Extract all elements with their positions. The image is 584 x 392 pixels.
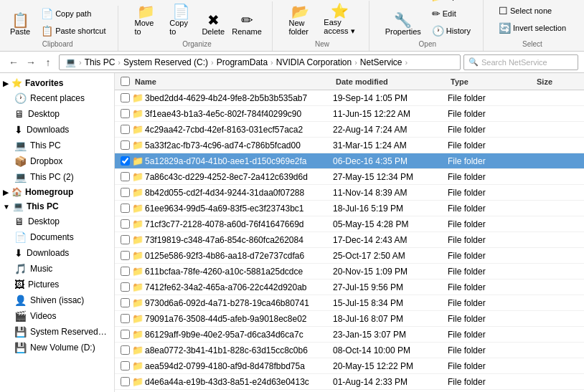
sidebar-item-music[interactable]: 🎵 Music bbox=[0, 261, 114, 277]
path-program-data[interactable]: ProgramData bbox=[215, 57, 269, 67]
move-to-button[interactable]: 📁 Move to bbox=[130, 1, 162, 39]
row-checkbox[interactable] bbox=[121, 282, 130, 292]
sidebar-item-desktop-tree[interactable]: 🖥 Desktop bbox=[0, 214, 114, 229]
row-checkbox[interactable] bbox=[121, 93, 130, 102]
row-checkbox[interactable] bbox=[121, 235, 130, 244]
table-row[interactable]: 📁 a8ea0772-3b41-41b1-828c-63d15cc8c0b6 0… bbox=[115, 343, 584, 358]
select-none-button[interactable]: ☐ Select none bbox=[495, 3, 570, 19]
sidebar-item-favorites[interactable]: ▶ ⭐ Favorites bbox=[0, 76, 114, 90]
row-name: 73f19819-c348-47a6-854c-860fca262084 bbox=[145, 235, 333, 245]
table-row[interactable]: 📁 3f1eae43-b1a3-4e5c-802f-784f40299c90 1… bbox=[115, 106, 584, 122]
row-checkbox[interactable] bbox=[121, 267, 130, 276]
path-netservice[interactable]: NetService bbox=[359, 57, 404, 67]
sidebar-item-desktop[interactable]: 🖥 Desktop bbox=[0, 106, 114, 122]
select-all-button[interactable]: ☑ Select all bbox=[495, 0, 570, 1]
row-checkbox-cell bbox=[118, 298, 132, 307]
col-header-size[interactable]: Size bbox=[534, 77, 581, 86]
system-reserved-icon: 💾 bbox=[14, 326, 27, 338]
table-row[interactable]: 📁 3bed2dd4-4629-4b24-9fe8-2b5b3b535ab7 1… bbox=[115, 90, 584, 106]
table-row[interactable]: 📁 79091a76-3508-44d5-afeb-9a9018ec8e02 1… bbox=[115, 311, 584, 327]
row-checkbox[interactable] bbox=[121, 314, 130, 323]
table-row[interactable]: 📁 61ee9634-99d5-4a69-83f5-ec3f23743bc1 1… bbox=[115, 201, 584, 216]
easy-access-button[interactable]: ⭐ Easy access ▾ bbox=[319, 1, 359, 39]
table-row[interactable]: 📁 7a86c43c-d229-4252-8ec7-2a412c639d6d 2… bbox=[115, 169, 584, 185]
properties-button[interactable]: 🔧 Properties bbox=[381, 10, 425, 39]
move-to-icon: 📁 bbox=[137, 4, 155, 19]
path-system-reserved[interactable]: System Reserved (C:) bbox=[122, 57, 209, 67]
row-checkbox[interactable] bbox=[121, 204, 130, 213]
back-button[interactable]: ← bbox=[6, 54, 22, 70]
col-header-name[interactable]: Name bbox=[132, 77, 333, 86]
downloads-fav-icon: ⬇ bbox=[14, 124, 23, 135]
sidebar-item-homegroup[interactable]: ▶ 🏠 Homegroup bbox=[0, 185, 114, 199]
paste-button[interactable]: 📋 Paste bbox=[6, 10, 34, 39]
table-row[interactable]: 📁 611bcfaa-78fe-4260-a10c-5881a25dcdce 2… bbox=[115, 264, 584, 279]
row-checkbox[interactable] bbox=[121, 298, 130, 307]
table-row[interactable]: 📁 5a12829a-d704-41b0-aee1-d150c969e2fa 0… bbox=[115, 153, 584, 169]
row-type: File folder bbox=[448, 172, 534, 182]
new-folder-label: New folder bbox=[288, 19, 312, 36]
row-type: File folder bbox=[448, 204, 534, 214]
copy-to-button[interactable]: 📄 Copy to bbox=[165, 1, 197, 39]
table-row[interactable]: 📁 8b42d055-cd2f-4d34-9244-31daa0f07288 1… bbox=[115, 185, 584, 201]
sidebar-item-documents[interactable]: 📄 Documents bbox=[0, 229, 114, 245]
table-row[interactable]: 📁 aea594d2-0799-4180-af9d-8d478fbbd75a 2… bbox=[115, 358, 584, 374]
sidebar-item-system-reserved[interactable]: 💾 System Reserved (C:) bbox=[0, 324, 114, 340]
col-header-modified[interactable]: Date modified bbox=[333, 77, 448, 86]
sidebar-item-new-volume[interactable]: 💾 New Volume (D:) bbox=[0, 340, 114, 355]
row-checkbox[interactable] bbox=[121, 377, 130, 386]
sidebar-item-shiven[interactable]: 👤 Shiven (issac) bbox=[0, 292, 114, 308]
new-folder-button[interactable]: 📂 New folder bbox=[284, 1, 316, 39]
search-box[interactable]: 🔍 Search NetService bbox=[463, 54, 578, 70]
row-checkbox[interactable] bbox=[121, 188, 130, 197]
path-computer-icon[interactable]: 💻 bbox=[64, 57, 77, 67]
sidebar-item-pictures[interactable]: 🖼 Pictures bbox=[0, 277, 114, 292]
table-row[interactable]: 📁 73f19819-c348-47a6-854c-860fca262084 1… bbox=[115, 232, 584, 248]
row-checkbox[interactable] bbox=[121, 172, 130, 181]
paste-shortcut-button[interactable]: 📋 Paste shortcut bbox=[37, 23, 109, 39]
address-path[interactable]: 💻 › This PC › System Reserved (C:) › Pro… bbox=[59, 54, 461, 70]
open-button[interactable]: 📂 Open bbox=[428, 0, 474, 4]
col-header-type[interactable]: Type bbox=[448, 77, 534, 86]
sidebar-item-videos[interactable]: 🎬 Videos bbox=[0, 308, 114, 324]
edit-button[interactable]: ✏ Edit bbox=[428, 6, 474, 21]
sidebar-item-this-pc-fav[interactable]: 💻 This PC bbox=[0, 138, 114, 153]
sidebar-item-downloads-fav[interactable]: ⬇ Downloads bbox=[0, 122, 114, 138]
sidebar-label-desktop-tree: Desktop bbox=[28, 216, 60, 226]
row-checkbox[interactable] bbox=[121, 361, 130, 371]
row-checkbox[interactable] bbox=[121, 219, 130, 229]
history-button[interactable]: 🕐 History bbox=[428, 23, 474, 39]
forward-button[interactable]: → bbox=[23, 54, 39, 70]
invert-selection-button[interactable]: 🔄 Invert selection bbox=[495, 20, 570, 36]
row-type: File folder bbox=[448, 219, 534, 229]
table-row[interactable]: 📁 0125e586-92f3-4b86-aa18-d72e737cdfa6 2… bbox=[115, 248, 584, 264]
copy-path-button[interactable]: 📄 Copy path bbox=[37, 6, 109, 21]
select-all-checkbox[interactable] bbox=[121, 77, 130, 86]
sidebar-item-dropbox[interactable]: 📦 Dropbox bbox=[0, 153, 114, 169]
row-checkbox[interactable] bbox=[121, 125, 130, 134]
invert-selection-icon: 🔄 bbox=[499, 22, 511, 34]
sidebar-item-this-pc-tree[interactable]: ▼ 💻 This PC bbox=[0, 199, 114, 214]
sidebar-item-downloads-tree[interactable]: ⬇ Downloads bbox=[0, 245, 114, 261]
table-row[interactable]: 📁 7412fe62-34a2-465a-a706-22c442d920ab 2… bbox=[115, 279, 584, 295]
up-button[interactable]: ↑ bbox=[40, 54, 56, 70]
row-checkbox[interactable] bbox=[121, 140, 130, 150]
sidebar-item-recent-places[interactable]: 🕐 Recent places bbox=[0, 90, 114, 106]
rename-button[interactable]: ✏ Rename bbox=[230, 10, 264, 39]
table-row[interactable]: 📁 d4e6a44a-e19b-43d3-8a51-e24d63e0413c 0… bbox=[115, 374, 584, 390]
row-checkbox[interactable] bbox=[121, 251, 130, 260]
path-nvidia[interactable]: NVIDIA Corporation bbox=[275, 57, 353, 67]
paste-icon: 📋 bbox=[11, 13, 29, 27]
row-checkbox[interactable] bbox=[121, 345, 130, 355]
row-checkbox[interactable] bbox=[121, 156, 130, 166]
sidebar-item-this-pc-2[interactable]: 💻 This PC (2) bbox=[0, 169, 114, 185]
table-row[interactable]: 📁 9730d6a6-092d-4a71-b278-19ca46b80741 1… bbox=[115, 295, 584, 311]
table-row[interactable]: 📁 71cf3c77-2128-4078-a60d-76f41647669d 0… bbox=[115, 216, 584, 232]
delete-button[interactable]: ✖ Delete bbox=[199, 10, 227, 39]
table-row[interactable]: 📁 4c29aa42-7cbd-42ef-8163-031ecf57aca2 2… bbox=[115, 122, 584, 138]
path-this-pc[interactable]: This PC bbox=[83, 57, 117, 67]
row-checkbox[interactable] bbox=[121, 109, 130, 118]
row-checkbox[interactable] bbox=[121, 330, 130, 339]
table-row[interactable]: 📁 5a33f2ac-fb73-4c96-ad74-c786b5fcad00 3… bbox=[115, 138, 584, 153]
table-row[interactable]: 📁 86129aff-9b9e-40e2-95a7-d6ca34d6ca7c 2… bbox=[115, 327, 584, 343]
